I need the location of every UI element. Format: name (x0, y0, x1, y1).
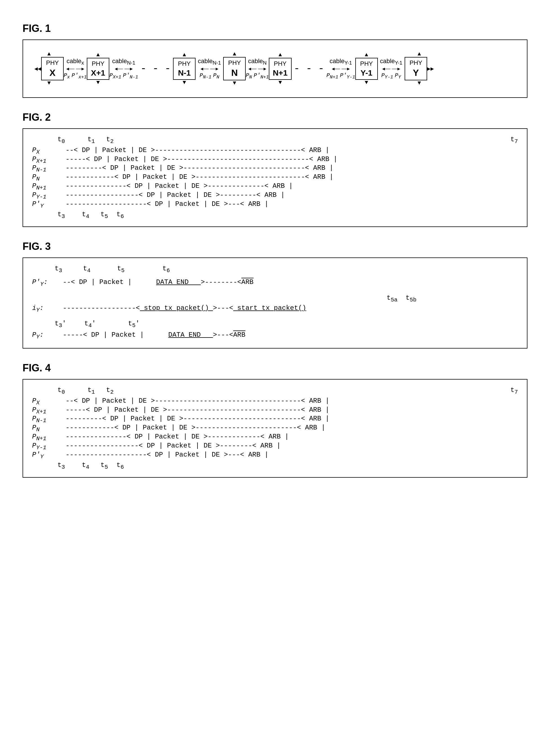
phy-box-x1: PHY X+1 (87, 58, 109, 80)
fig3-t5ab: t5a t5b (32, 294, 518, 303)
fig3-row-pY2: PY: -----< DP | Packet | DATA END >---<A… (32, 331, 518, 340)
phy-box-np1: PHY N+1 (269, 58, 291, 80)
fig4-row-ppy: P'Y --------------------< DP | Packet | … (32, 451, 518, 460)
fig4-label: FIG. 4 (23, 362, 527, 374)
fig4-row-px: PX --< DP | Packet | DE >---------------… (32, 397, 518, 406)
cable-n1-section: cableN-1 ◀—— ——▶ PX+1 P'N-1 (109, 58, 138, 80)
fig3-primes-header: t3' t4' t5' (32, 320, 518, 329)
phy-box-n1: PHY N-1 (173, 58, 196, 80)
fig2-footer: t3 t4 t5 t6 (32, 211, 518, 220)
node-n-1: ▲ PHY N-1 ▼ (173, 52, 196, 85)
timing-row-ppy: P'Y --------------------< DP | Packet | … (32, 200, 518, 209)
fig1-label: FIG. 1 (23, 23, 527, 34)
fig2-label: FIG. 2 (23, 111, 527, 123)
fig1-box: ▲ ◀◀ PHY X ▼ cablex ◀—— ——▶ Px P'x+1 (23, 39, 527, 98)
phy-box-x: PHY X (41, 57, 64, 80)
left-arrow-x: ◀◀ (34, 65, 41, 72)
fig4-row-pym1: PY-1 ------------------< DP | Packet | D… (32, 442, 518, 451)
fig4-row-pn: PN ------------< DP | Packet | DE >-----… (32, 424, 518, 433)
spacer2 (32, 314, 518, 320)
cable-x-section: cablex ◀—— ——▶ Px P'x+1 (64, 58, 87, 80)
right-arrow-y: ▶▶ (427, 65, 434, 72)
timing-row-pn1: PN-1 ---------< DP | Packet | DE >------… (32, 164, 518, 173)
arrow-down-x: ▼ (47, 80, 51, 86)
node-y: ▲ PHY Y ▶▶ ▼ (405, 51, 434, 86)
fig2-header: t0 t1 t2 t7 (32, 136, 518, 145)
fig3-row-pY: P'Y: --< DP | Packet | DATA END >-------… (32, 278, 518, 287)
fig4-row-pnp1: PN+1 ---------------< DP | Packet | DE >… (32, 433, 518, 442)
fig4-header: t0 t1 t2 t7 (32, 386, 518, 395)
node-n1-right: ▲ PHY N+1 ▼ (269, 52, 291, 85)
cable-y1-section: cableY-1 ◀—— ——▶ PN+1 P'Y-1 (326, 58, 355, 80)
dots-1: - - - (138, 63, 173, 74)
fig4-footer: t3 t4 t5 t6 (32, 461, 518, 470)
node-y-1: ▲ PHY Y-1 ▼ (355, 52, 378, 85)
fig1-diagram: ▲ ◀◀ PHY X ▼ cablex ◀—— ——▶ Px P'x+1 (32, 47, 518, 91)
timing-row-pym1: PY-1 ------------------< DP | Packet | D… (32, 191, 518, 200)
dots-2: - - - (291, 63, 326, 74)
fig4-row-px1: PX+1 -----< DP | Packet | DE >----------… (32, 406, 518, 415)
phy-box-ym1: PHY Y-1 (355, 58, 378, 80)
fig2-box: t0 t1 t2 t7 PX --< DP | Packet | DE >---… (23, 128, 527, 227)
cable-y-1-section: cableY-1 ◀—— ——▶ PY-1 PY (378, 58, 405, 80)
spacer1 (32, 288, 518, 294)
node-n: ▲ PHY N ▼ (223, 51, 246, 86)
cable-n2-section: cableN ◀—— ——▶ PN P'N+1 (246, 58, 269, 80)
timing-row-px1: PX+1 -----< DP | Packet | DE >----------… (32, 155, 518, 164)
fig4-row-pn1: PN-1 ---------< DP | Packet | DE >------… (32, 415, 518, 424)
cable-n-section: cableN-1 ◀—— ——▶ PN-1 PN (196, 58, 223, 80)
arrow-up-x: ▲ (47, 51, 51, 57)
fig3-row-iy: iY: ------------------< stop tx packet()… (32, 304, 518, 313)
fig3-header: t3 t4 t5 t6 (32, 265, 518, 274)
timing-row-pn: PN ------------< DP | Packet | DE >-----… (32, 173, 518, 182)
phy-box-n: PHY N (223, 57, 246, 80)
fig3-label: FIG. 3 (23, 241, 527, 252)
node-x: ▲ ◀◀ PHY X ▼ (34, 51, 64, 86)
fig4-box: t0 t1 t2 t7 PX --< DP | Packet | DE >---… (23, 379, 527, 478)
timing-row-pnp1: PN+1 ---------------< DP | Packet | DE >… (32, 182, 518, 191)
phy-box-y: PHY Y (405, 57, 427, 80)
fig3-box: t3 t4 t5 t6 P'Y: --< DP | Packet | DATA … (23, 257, 527, 349)
node-x1: ▲ PHY X+1 ▼ (87, 52, 109, 85)
timing-row-px: PX --< DP | Packet | DE >---------------… (32, 146, 518, 155)
